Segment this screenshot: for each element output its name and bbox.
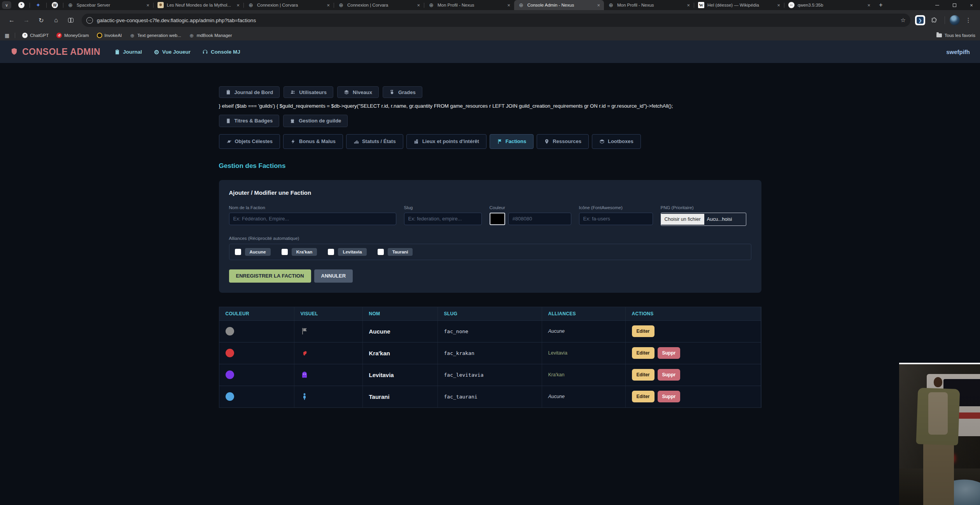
minimize-button[interactable] <box>929 0 946 10</box>
tab-wikipedia-hel[interactable]: W Hel (déesse) — Wikipédia × <box>694 0 784 10</box>
chatgpt-icon: * <box>18 2 24 8</box>
choose-file-button[interactable]: Choisir un fichier <box>661 214 704 225</box>
checkbox-krakan[interactable] <box>282 249 288 255</box>
close-icon[interactable]: × <box>506 2 511 8</box>
utilisateurs-button[interactable]: Utilisateurs <box>284 86 333 98</box>
cancel-button[interactable]: ANNULER <box>314 269 353 283</box>
bookmark-mdbook[interactable]: ⊕ mdBook Manager <box>186 31 235 39</box>
checkbox-levitavia[interactable] <box>328 249 334 255</box>
page-title: Gestion des Factions <box>219 162 761 170</box>
site-info-icon[interactable]: ⋯ <box>86 17 93 24</box>
faction-slug-input[interactable] <box>404 213 482 225</box>
tab-mon-profil-2[interactable]: ⊕ Mon Profil - Nexus × <box>604 0 694 10</box>
tab-spacebar-server[interactable]: ⊕ Spacebar Server × <box>63 0 153 10</box>
pinned-tab-gemini[interactable]: ✦ <box>30 0 46 10</box>
flag-icon <box>301 327 308 335</box>
bookmark-star-icon[interactable]: ☆ <box>901 17 906 24</box>
tab-lieux-poi[interactable]: Lieux et points d'intérêt <box>406 134 486 149</box>
forward-button[interactable]: → <box>20 14 33 26</box>
debug-code-text: } elseif ($tab === 'guilds') { $guild_re… <box>219 103 761 110</box>
tab-search-button[interactable]: ∨ <box>0 0 13 10</box>
copilot-extension-button[interactable]: ❯ <box>915 15 925 25</box>
niveaux-button[interactable]: Niveaux <box>337 86 379 98</box>
checkbox-label[interactable]: Levitavia <box>338 248 366 256</box>
gestion-guilde-button[interactable]: Gestion de guilde <box>283 115 348 127</box>
edit-button[interactable]: Editer <box>632 391 654 402</box>
close-icon[interactable]: × <box>145 2 150 8</box>
bookmark-label: ChatGPT <box>30 33 49 38</box>
nav-console-mj[interactable]: Console MJ <box>202 49 240 55</box>
bookmark-invokeai[interactable]: InvokeAI <box>94 31 125 39</box>
address-bar[interactable]: ⋯ galactic-pve-conquest-c7fe.dev.flatlog… <box>82 14 910 27</box>
tab-console-admin-active[interactable]: ⊕ Console Admin - Nexus × <box>514 0 604 10</box>
globe-favicon: ⊕ <box>518 2 524 8</box>
pinned-tab-chatgpt[interactable]: * <box>13 0 30 10</box>
refresh-button[interactable]: ↻ <box>35 14 47 26</box>
color-swatch[interactable] <box>490 213 505 225</box>
tab-ressources[interactable]: Ressources <box>537 134 589 149</box>
tab-mon-profil-1[interactable]: ⊕ Mon Profil - Nexus × <box>424 0 514 10</box>
journal-de-bord-button[interactable]: Journal de Bord <box>219 86 280 98</box>
titres-badges-button[interactable]: Titres & Badges <box>219 115 280 127</box>
grades-button[interactable]: Grades <box>383 86 422 98</box>
checkbox-taurani[interactable] <box>378 249 384 255</box>
maximize-button[interactable] <box>946 0 963 10</box>
pip-video[interactable] <box>899 363 980 505</box>
delete-button[interactable]: Suppr <box>658 391 681 402</box>
faction-icon-input[interactable] <box>579 213 653 225</box>
edit-button[interactable]: Editer <box>632 369 654 381</box>
faction-color-input[interactable] <box>508 213 571 225</box>
faction-alliances: Kra'kan <box>542 364 626 386</box>
tab-qwen[interactable]: ·· qwen3.5:35b × <box>784 0 874 10</box>
bookmark-moneygram[interactable]: ↺ MoneyGram <box>53 31 92 39</box>
url-text[interactable]: galactic-pve-conquest-c7fe.dev.flatlogic… <box>97 17 901 23</box>
edit-button[interactable]: Editer <box>632 325 654 337</box>
close-icon[interactable]: × <box>686 2 691 8</box>
close-icon[interactable]: × <box>416 2 421 8</box>
delete-button[interactable]: Suppr <box>658 369 681 381</box>
button-label: Grades <box>398 89 416 95</box>
bookmark-chatgpt[interactable]: * ChatGPT <box>19 31 52 39</box>
tab-bonus-malus[interactable]: Bonus & Malus <box>283 134 343 149</box>
tab-connexion-corvara-1[interactable]: ⊕ Connexion | Corvara × <box>244 0 334 10</box>
bookmark-textgen[interactable]: ⊕ Text generation web... <box>126 31 184 39</box>
apps-grid-icon[interactable]: ▦ <box>5 33 9 38</box>
nav-journal[interactable]: Journal <box>114 49 142 55</box>
tab-statuts-etats[interactable]: Statuts / États <box>346 134 403 149</box>
close-icon[interactable]: × <box>596 2 601 8</box>
faction-alliances: Aucune <box>542 386 626 407</box>
close-icon[interactable]: × <box>326 2 331 8</box>
all-favorites-button[interactable]: Tous les favoris <box>936 33 975 38</box>
close-icon[interactable]: × <box>236 2 240 8</box>
faction-color-dot <box>226 370 234 379</box>
save-faction-button[interactable]: ENREGISTRER LA FACTION <box>229 269 311 283</box>
file-input[interactable]: Choisir un fichier Aucu...hoisi <box>661 213 746 226</box>
checkbox-label[interactable]: Aucune <box>245 248 271 256</box>
browser-menu-button[interactable]: ⋮ <box>962 14 975 26</box>
delete-button[interactable]: Suppr <box>658 347 681 359</box>
edit-button[interactable]: Editer <box>632 347 654 359</box>
profile-avatar[interactable] <box>950 15 960 25</box>
tab-connexion-corvara-2[interactable]: ⊕ Connexion | Corvara × <box>334 0 424 10</box>
tab-factions-active[interactable]: Factions <box>490 134 534 149</box>
home-button[interactable]: ⌂ <box>50 14 62 26</box>
checkbox-label[interactable]: Taurani <box>388 248 413 256</box>
field-png: PNG (Prioritaire) Choisir un fichier Auc… <box>661 205 751 226</box>
tab-list: ⊕ Spacebar Server × Les Neuf Mondes de l… <box>63 0 929 10</box>
split-screen-button[interactable] <box>65 14 77 26</box>
checkbox-aucune[interactable] <box>235 249 241 255</box>
nav-vue-joueur[interactable]: Vue Joueur <box>154 49 191 55</box>
close-window-button[interactable]: × <box>963 0 980 10</box>
back-button[interactable]: ← <box>5 14 18 26</box>
pinned-tab-wordpress[interactable]: W <box>47 0 63 10</box>
tab-mythologie[interactable]: Les Neuf Mondes de la Mythol... × <box>154 0 243 10</box>
checkbox-label[interactable]: Kra'kan <box>292 248 317 256</box>
new-tab-button[interactable]: + <box>874 0 887 10</box>
faction-name-input[interactable] <box>229 213 396 225</box>
tab-lootboxes[interactable]: Lootboxes <box>592 134 641 149</box>
close-icon[interactable]: × <box>776 2 781 8</box>
extensions-button[interactable] <box>928 14 940 26</box>
tab-label: Objets Célestes <box>235 138 273 144</box>
tab-objets-celestes[interactable]: Objets Célestes <box>219 134 280 149</box>
close-icon[interactable]: × <box>866 2 871 8</box>
